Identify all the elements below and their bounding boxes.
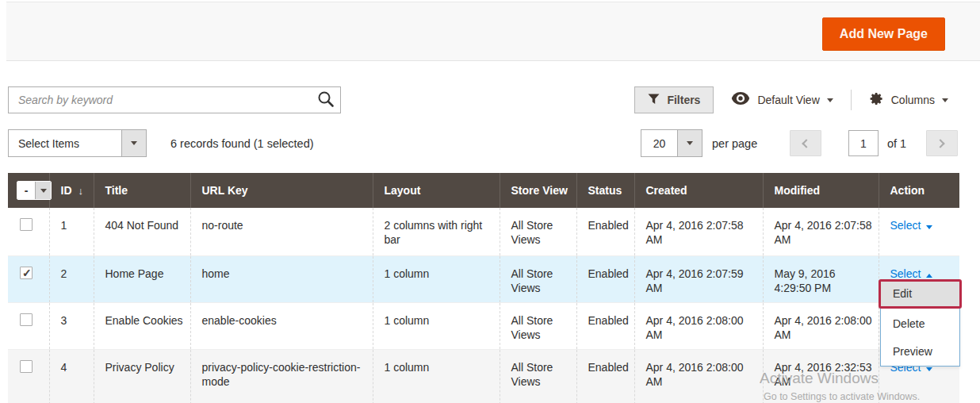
cell-store-view: All Store Views <box>500 349 576 403</box>
column-header-status[interactable]: Status <box>576 173 634 208</box>
row-action-label: Select <box>890 219 921 232</box>
cell-status: Enabled <box>576 349 634 403</box>
chevron-down-icon <box>131 141 137 145</box>
toolbar-divider <box>851 90 852 110</box>
select-all-dropdown[interactable] <box>35 182 51 199</box>
row-checkbox[interactable] <box>20 360 33 373</box>
gear-icon <box>869 91 884 109</box>
chevron-right-icon <box>936 139 944 148</box>
page-size-value: 20 <box>641 130 677 156</box>
cell-title: Enable Cookies <box>94 302 190 349</box>
table-row: 1 404 Not Found no-route 2 columns with … <box>8 208 959 255</box>
chevron-down-icon <box>942 98 948 102</box>
table-row: 2 Home Page home 1 column All Store View… <box>8 255 959 302</box>
mass-action-select[interactable]: Select Items <box>8 129 147 157</box>
records-summary: 6 records found (1 selected) <box>170 137 314 150</box>
cell-modified: May 9, 2016 4:29:50 PM <box>763 255 879 302</box>
row-action-menu: Edit Delete Preview <box>880 280 960 367</box>
columns-control[interactable]: Columns <box>869 91 948 109</box>
cell-layout: 1 column <box>373 349 500 403</box>
cell-id: 4 <box>49 349 94 403</box>
column-header-store-view[interactable]: Store View <box>500 173 576 208</box>
cell-url-key: no-route <box>190 208 373 255</box>
previous-page-button[interactable] <box>790 130 821 156</box>
cell-id: 2 <box>49 255 94 302</box>
select-all-control[interactable]: - <box>17 181 52 200</box>
per-page-label: per page <box>712 137 757 150</box>
cms-pages-grid-page: Add New Page Filters <box>0 0 980 403</box>
cell-modified: Apr 4, 2016 2:08:00 AM <box>763 302 879 349</box>
cell-created: Apr 4, 2016 2:07:59 AM <box>634 255 763 302</box>
cell-status: Enabled <box>576 302 634 349</box>
column-header-url-key[interactable]: URL Key <box>190 173 373 208</box>
cell-created: Apr 4, 2016 2:08:00 AM <box>634 349 763 403</box>
chevron-down-icon <box>687 141 693 145</box>
activate-windows-watermark: Activate Windows Go to Settings to activ… <box>760 370 920 402</box>
next-page-button[interactable] <box>926 130 958 156</box>
column-header-id[interactable]: ID↓ <box>49 173 94 208</box>
mass-action-caret[interactable] <box>121 130 146 156</box>
cell-store-view: All Store Views <box>500 208 576 255</box>
watermark-title: Activate Windows <box>760 370 920 387</box>
action-menu-item-edit[interactable]: Edit <box>879 279 962 309</box>
cell-created: Apr 4, 2016 2:07:58 AM <box>634 208 763 255</box>
cell-store-view: All Store Views <box>500 302 576 349</box>
column-header-modified[interactable]: Modified <box>763 173 879 208</box>
chevron-down-icon <box>926 225 932 229</box>
row-action-select-open[interactable]: Select <box>890 267 933 280</box>
select-all-checkbox[interactable]: - <box>17 182 35 199</box>
cell-url-key: enable-cookies <box>190 302 373 349</box>
current-page-input[interactable] <box>848 130 879 156</box>
total-pages-label: of 1 <box>887 137 906 150</box>
cell-status: Enabled <box>576 208 634 255</box>
cell-url-key: home <box>190 255 373 302</box>
search-input[interactable] <box>8 86 341 113</box>
filter-funnel-icon <box>648 94 660 107</box>
cell-id: 3 <box>49 302 94 349</box>
column-header-layout[interactable]: Layout <box>373 173 500 208</box>
search-submit-button[interactable] <box>314 89 338 111</box>
table-header-row: - ID↓ Title URL Key Layout Store View St… <box>8 173 959 208</box>
cell-title: Home Page <box>94 255 190 302</box>
chevron-down-icon <box>926 367 932 371</box>
action-menu-item-preview[interactable]: Preview <box>881 338 959 366</box>
column-header-action[interactable]: Action <box>879 173 959 208</box>
columns-label: Columns <box>891 94 935 106</box>
row-checkbox[interactable] <box>20 218 33 231</box>
filters-label: Filters <box>667 94 700 106</box>
chevron-down-icon <box>40 189 47 193</box>
action-menu-item-delete[interactable]: Delete <box>881 310 959 338</box>
column-header-title[interactable]: Title <box>94 173 190 208</box>
cell-store-view: All Store Views <box>500 255 576 302</box>
filters-button[interactable]: Filters <box>634 86 714 113</box>
row-action-select[interactable]: Select <box>890 219 933 232</box>
add-new-page-button[interactable]: Add New Page <box>822 17 945 51</box>
page-actions-bar: Add New Page <box>6 2 980 61</box>
cell-created: Apr 4, 2016 2:08:00 AM <box>634 302 763 349</box>
cell-modified: Apr 4, 2016 2:07:58 AM <box>763 208 879 255</box>
view-switcher[interactable]: Default View <box>731 91 833 109</box>
cell-layout: 1 column <box>373 255 500 302</box>
cell-status: Enabled <box>576 255 634 302</box>
column-header-id-label: ID <box>61 184 72 197</box>
sort-arrow-icon: ↓ <box>78 185 84 197</box>
cell-layout: 1 column <box>373 302 500 349</box>
page-size-caret[interactable] <box>677 130 702 156</box>
row-checkbox[interactable] <box>20 267 33 279</box>
chevron-left-icon <box>802 139 810 148</box>
mass-action-label: Select Items <box>9 130 121 156</box>
page-size-select[interactable]: 20 <box>641 129 702 157</box>
cell-layout: 2 columns with right bar <box>373 208 500 255</box>
keyword-search <box>8 86 341 113</box>
grid-view-toolbar: Filters Default View Columns <box>634 86 948 113</box>
row-action-label: Select <box>890 267 921 280</box>
watermark-subtitle: Go to Settings to activate Windows. <box>764 391 920 402</box>
search-icon <box>316 99 335 111</box>
cell-url-key: privacy-policy-cookie-restriction-mode <box>190 349 373 403</box>
cms-pages-table: - ID↓ Title URL Key Layout Store View St… <box>8 173 959 403</box>
chevron-down-icon <box>827 98 833 102</box>
cell-title: 404 Not Found <box>94 208 190 255</box>
column-header-created[interactable]: Created <box>634 173 763 208</box>
row-checkbox[interactable] <box>20 313 33 326</box>
cell-title: Privacy Policy <box>94 349 190 403</box>
